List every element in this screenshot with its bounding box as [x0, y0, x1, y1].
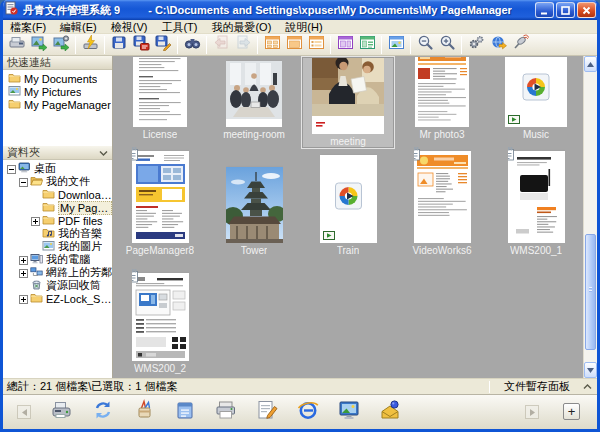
chevron-up-icon[interactable]	[580, 380, 595, 393]
thumbnail-wms200_2[interactable]: WMS200_2	[113, 262, 207, 375]
toolbar-separator	[206, 36, 207, 54]
thumbnail-videoworks6[interactable]: VideoWorks6	[395, 144, 489, 257]
thumbnail-page[interactable]	[133, 57, 187, 127]
minimize-button[interactable]	[535, 2, 554, 18]
slideshow-button[interactable]	[385, 35, 407, 55]
quick-links-header-label: 快速連結	[7, 55, 108, 70]
collapse-minus-icon[interactable]	[19, 177, 28, 186]
menu-item-2[interactable]: 編輯(E)	[53, 20, 104, 34]
web-browser-button[interactable]	[487, 35, 509, 55]
next-page-button	[232, 35, 254, 55]
internet-explorer-icon	[296, 398, 320, 426]
thumbnail-page[interactable]	[415, 57, 469, 127]
thumbnail-page[interactable]	[312, 58, 384, 134]
scroll-down-button[interactable]	[584, 362, 597, 378]
save-as-button[interactable]	[152, 35, 174, 55]
scroll-up-button[interactable]	[584, 56, 597, 72]
search-button[interactable]	[181, 35, 203, 55]
expand-plus-icon[interactable]	[19, 294, 28, 303]
tray-scroll-left-button[interactable]	[17, 405, 31, 419]
chevron-down-icon[interactable]	[99, 147, 108, 159]
thumbnail-meeting-room[interactable]: meeting-room	[207, 56, 301, 149]
thumbnail-pagemanager8[interactable]: PageManager8	[113, 144, 207, 257]
menu-item-4[interactable]: 工具(T)	[154, 20, 204, 34]
vertical-scrollbar[interactable]	[583, 56, 597, 378]
slideshow-display-icon	[337, 398, 361, 426]
thumbnail-page[interactable]	[414, 151, 471, 243]
print-icon	[214, 398, 238, 426]
thumbnail-page[interactable]	[132, 273, 189, 361]
thumbnail-page[interactable]	[508, 151, 565, 243]
thumbnail-mr-photo3[interactable]: Mr photo3	[395, 56, 489, 149]
settings-button[interactable]	[465, 35, 487, 55]
zoom-out-button[interactable]	[414, 35, 436, 55]
send-mail-button[interactable]	[377, 399, 403, 425]
save-pdf-button[interactable]	[130, 35, 152, 55]
thumbnail-label: Music	[523, 129, 549, 140]
tree-item-11[interactable]: EZ-Lock_Setup577_tw	[3, 292, 112, 305]
menu-item-6[interactable]: 說明(H)	[278, 20, 329, 34]
note-edit-icon	[255, 398, 279, 426]
split-view-button[interactable]	[334, 35, 356, 55]
stationery-button[interactable]	[131, 399, 157, 425]
tray-scroll-right-button[interactable]	[525, 405, 539, 419]
thumbnail-music[interactable]: Music	[489, 56, 583, 149]
save-button[interactable]	[108, 35, 130, 55]
thumbnail-page[interactable]	[505, 57, 567, 127]
thumbnail-page[interactable]	[226, 167, 283, 243]
expand-plus-icon[interactable]	[19, 268, 28, 277]
expand-plus-icon[interactable]	[31, 216, 40, 225]
thumbnail-page[interactable]	[320, 155, 377, 243]
send-to-web-icon	[512, 34, 529, 55]
folders-header[interactable]: 資料夾	[3, 146, 112, 160]
send-to-web-button[interactable]	[509, 35, 531, 55]
close-button[interactable]	[577, 2, 596, 18]
stationery-icon	[132, 398, 156, 426]
toolbar-group	[210, 35, 254, 55]
maximize-button[interactable]	[556, 2, 575, 18]
list-view-button[interactable]	[305, 35, 327, 55]
notepad-button[interactable]	[172, 399, 198, 425]
toolbar-separator	[410, 36, 411, 54]
document-tray-label[interactable]: 文件暫存面板	[494, 379, 580, 394]
quick-scan-button[interactable]	[79, 35, 101, 55]
thumbnail-wms200_1[interactable]: WMS200_1	[489, 144, 583, 257]
scan-button[interactable]	[6, 35, 28, 55]
thumbnail-canvas[interactable]: License meeting-room meeting Mr photo3 M…	[113, 56, 583, 378]
thumbnail-license[interactable]: License	[113, 56, 207, 149]
acquire-settings-button[interactable]	[50, 35, 72, 55]
thumbnail-train[interactable]: Train	[301, 144, 395, 257]
page-view-button[interactable]	[283, 35, 305, 55]
menu-item-1[interactable]: 檔案(F)	[3, 20, 53, 34]
print-button[interactable]	[213, 399, 239, 425]
tray-add-button[interactable]: +	[563, 403, 580, 420]
thumbnail-view-button[interactable]	[261, 35, 283, 55]
detail-view-button[interactable]	[356, 35, 378, 55]
internet-explorer-button[interactable]	[295, 399, 321, 425]
menu-item-3[interactable]: 檢視(V)	[104, 20, 155, 34]
thumbnail-page[interactable]	[132, 151, 189, 243]
thumbnail-meeting[interactable]: meeting	[301, 56, 395, 149]
tree-item-10[interactable]: 資源回收筒	[3, 279, 112, 292]
notepad-icon	[173, 398, 197, 426]
acquire-settings-icon	[53, 34, 70, 55]
collapse-minus-icon[interactable]	[7, 164, 16, 173]
note-edit-button[interactable]	[254, 399, 280, 425]
folder-icon	[30, 291, 46, 306]
menu-item-5[interactable]: 我的最愛(O)	[204, 20, 278, 34]
expand-plus-icon[interactable]	[19, 255, 28, 264]
zoom-in-button[interactable]	[436, 35, 458, 55]
thumbnail-page-wrap	[132, 263, 189, 361]
scrollbar-thumb[interactable]	[585, 234, 596, 350]
slideshow-display-button[interactable]	[336, 399, 362, 425]
thumbnail-page[interactable]	[226, 61, 282, 127]
thumbnail-view-icon	[264, 34, 281, 55]
acquire-image-button[interactable]	[28, 35, 50, 55]
thumbnail-tower[interactable]: Tower	[207, 144, 301, 257]
title-bar[interactable]: 丹青文件管理系統 9 - C:\Documents and Settings\x…	[0, 0, 600, 20]
thumbnail-page-wrap	[133, 57, 187, 127]
thumbnail-row-2: PageManager8 Tower Train VideoWorks6 WMS…	[113, 144, 583, 257]
fax-button[interactable]	[49, 399, 75, 425]
sync-button[interactable]	[90, 399, 116, 425]
quick-link-my-pagemanager[interactable]: My PageManager	[3, 98, 112, 111]
